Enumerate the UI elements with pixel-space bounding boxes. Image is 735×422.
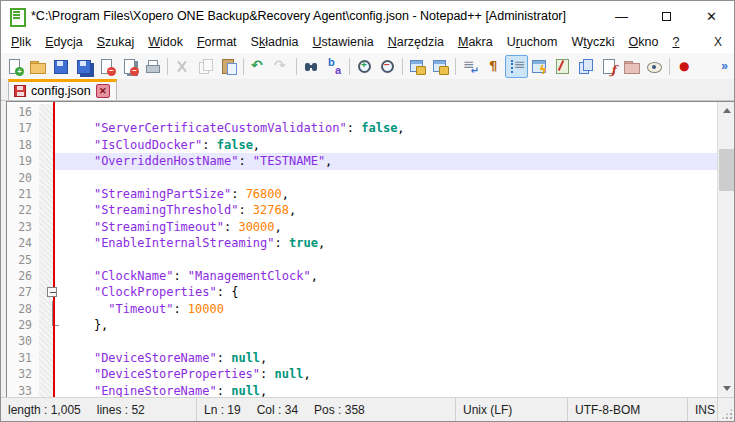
menu-item-widok[interactable]: Widok (141, 33, 190, 51)
toolbar-button-open[interactable] (26, 55, 49, 78)
scroll-up-arrow-icon[interactable] (718, 102, 734, 119)
code-line-30[interactable]: 30 (7, 333, 717, 349)
code-line-17[interactable]: 17 "ServerCertificateCustomValidation": … (7, 120, 717, 136)
code-line-25[interactable]: 25 (7, 252, 717, 268)
toolbar-button-new-file[interactable] (3, 55, 26, 78)
status-insert-mode[interactable]: INS (688, 398, 718, 421)
toolbar-button-print[interactable] (141, 55, 164, 78)
toolbar-separator (243, 58, 244, 75)
line-number: 27 (7, 284, 39, 300)
toolbar-separator (402, 58, 403, 75)
menu-item-format[interactable]: Format (190, 33, 244, 51)
code-line-27[interactable]: 27 "ClockProperties": { (7, 284, 717, 300)
toolbar-button-pilcrow[interactable] (482, 55, 505, 78)
change-history-bar (53, 102, 55, 397)
save-all-icon (75, 58, 92, 75)
toolbar-button-zoom-out[interactable] (376, 55, 399, 78)
menu-item-edycja[interactable]: Edycja (38, 33, 90, 51)
code-line-22[interactable]: 22 "StreamingThreshold": 32768, (7, 202, 717, 218)
maximize-button[interactable] (644, 1, 689, 31)
tab-label: config.json (31, 84, 91, 98)
code-text (65, 170, 717, 186)
resize-grip[interactable] (718, 398, 734, 421)
code-line-21[interactable]: 21 "StreamingPartSize": 76800, (7, 186, 717, 202)
code-line-20[interactable]: 20 (7, 170, 717, 186)
window-title: *C:\Program Files\Xopero ONE Backup&Reco… (31, 9, 566, 23)
menu-item-narzedzia[interactable]: Narzędzia (381, 33, 451, 51)
toolbar-button-save[interactable] (49, 55, 72, 78)
tab-config-json[interactable]: config.json ✕ (8, 79, 117, 100)
minimize-button[interactable]: — (599, 1, 644, 31)
toolbar-button-doclist[interactable] (574, 55, 597, 78)
menu-item-wtyczki[interactable]: Wtyczki (564, 33, 621, 51)
code-line-28[interactable]: 28 "Timeout": 10000 (7, 301, 717, 317)
toolbar-button-sync-v[interactable] (406, 55, 429, 78)
code-text: "DeviceStoreProperties": null, (65, 366, 717, 382)
fold-collapse-icon[interactable] (47, 287, 57, 297)
indent-icon (508, 58, 525, 75)
status-doc-info: length : 1,005 lines : 52 (1, 398, 197, 421)
toolbar-button-lightning[interactable] (528, 55, 551, 78)
toolbar-separator (669, 58, 670, 75)
code-text: "ServerCertificateCustomValidation": fal… (65, 120, 717, 136)
code-line-26[interactable]: 26 "ClockName": "ManagementClock", (7, 268, 717, 284)
toolbar-button-indent[interactable] (505, 55, 528, 78)
toolbar-button-funclist[interactable] (597, 55, 620, 78)
toolbar-button-zoom-in[interactable] (353, 55, 376, 78)
toolbar-separator (167, 58, 168, 75)
menu-item-uruchom[interactable]: Uruchom (500, 33, 565, 51)
code-line-24[interactable]: 24 "EnableInternalStreaming": true, (7, 235, 717, 251)
status-lines: lines : 52 (97, 403, 145, 417)
toolbar-overflow-chevron-icon[interactable]: » (721, 59, 728, 73)
toolbar-button-paste[interactable] (217, 55, 240, 78)
scrollbar-thumb[interactable] (719, 149, 734, 191)
vertical-scrollbar[interactable] (717, 102, 734, 397)
code-line-19[interactable]: 19 "OverriddenHostName": "TESTNAME", (7, 153, 717, 169)
editor[interactable]: 1617 "ServerCertificateCustomValidation"… (6, 101, 734, 397)
menu-item-makra[interactable]: Makra (451, 33, 500, 51)
bookmark-margin (39, 383, 53, 397)
code-line-32[interactable]: 32 "DeviceStoreProperties": null, (7, 366, 717, 382)
toolbar-button-sync-h[interactable] (429, 55, 452, 78)
toolbar-button-workspace[interactable] (620, 55, 643, 78)
sync-h-icon (432, 58, 449, 75)
code-line-16[interactable]: 16 (7, 104, 717, 120)
line-number: 23 (7, 219, 39, 235)
status-encoding[interactable]: UTF-8-BOM (568, 398, 688, 421)
bookmark-margin (39, 170, 53, 186)
toolbar-button-find[interactable] (300, 55, 323, 78)
tab-close-icon[interactable]: ✕ (96, 84, 110, 98)
print-icon (144, 58, 161, 75)
code-line-18[interactable]: 18 "IsCloudDocker": false, (7, 137, 717, 153)
doclist-icon (577, 58, 594, 75)
code-line-31[interactable]: 31 "DeviceStoreName": null, (7, 350, 717, 366)
line-number: 24 (7, 235, 39, 251)
toolbar-button-close-all[interactable] (118, 55, 141, 78)
menu-item-szukaj[interactable]: Szukaj (90, 33, 142, 51)
toolbar-button-close-doc[interactable] (95, 55, 118, 78)
line-number: 18 (7, 137, 39, 153)
menu-close-button[interactable]: X (702, 35, 734, 49)
line-number: 29 (7, 317, 39, 333)
toolbar-button-eye[interactable] (643, 55, 666, 78)
menu-item-ustawienia[interactable]: Ustawienia (306, 33, 381, 51)
code-text: "ClockProperties": { (65, 284, 717, 300)
toolbar-separator (455, 58, 456, 75)
toolbar-button-replace[interactable] (323, 55, 346, 78)
close-button[interactable]: ✕ (689, 1, 734, 31)
menu-item-skladnia[interactable]: Składnia (244, 33, 306, 51)
toolbar-button-map[interactable] (551, 55, 574, 78)
menu-item-plik[interactable]: Plik (4, 33, 38, 51)
code-line-23[interactable]: 23 "StreamingTimeout": 30000, (7, 219, 717, 235)
code-line-29[interactable]: 29 }, (7, 317, 717, 333)
menu-item-okno[interactable]: Okno (622, 33, 666, 51)
status-eol-format[interactable]: Unix (LF) (456, 398, 568, 421)
scroll-down-arrow-icon[interactable] (718, 380, 734, 397)
toolbar-button-undo[interactable] (247, 55, 270, 78)
menu-item-help[interactable]: ? (665, 33, 686, 51)
toolbar-button-record[interactable] (673, 55, 696, 78)
toolbar-button-save-all[interactable] (72, 55, 95, 78)
toolbar-button-wrap[interactable] (459, 55, 482, 78)
line-number: 30 (7, 333, 39, 349)
code-line-33[interactable]: 33 "EngineStoreName": null, (7, 383, 717, 397)
